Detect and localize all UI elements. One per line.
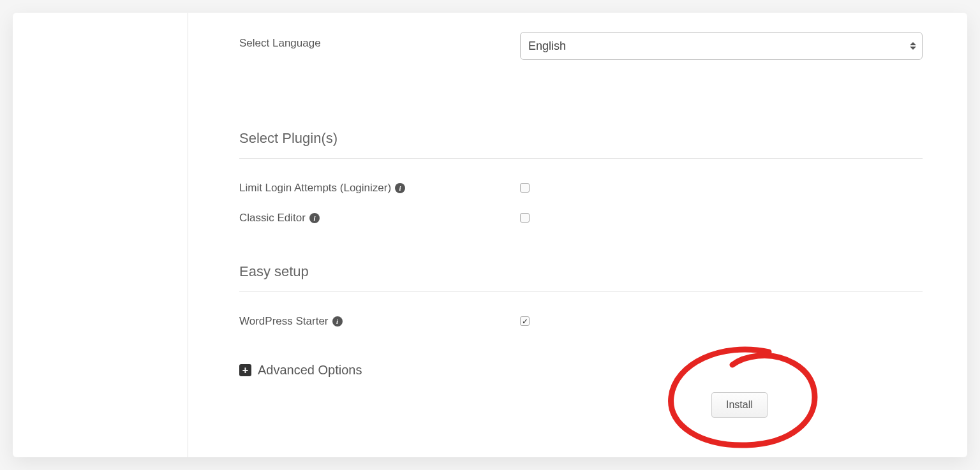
plugins-rule [239,158,923,159]
plugin-label-classic-editor: Classic Editor i [239,207,520,224]
easy-control-wp-starter [520,310,923,327]
advanced-options-toggle[interactable]: + Advanced Options [239,363,923,378]
plugin-row-loginizer: Limit Login Attempts (Loginizer) i [239,177,923,195]
plugin-label-text: Limit Login Attempts (Loginizer) [239,182,391,195]
plugin-row-classic-editor: Classic Editor i [239,207,923,225]
install-wrap: Install [711,392,768,418]
language-label: Select Language [239,32,520,50]
plugin-checkbox-loginizer[interactable] [520,183,530,193]
language-control: English [520,32,923,60]
advanced-options-label: Advanced Options [258,363,362,378]
plugin-label-loginizer: Limit Login Attempts (Loginizer) i [239,177,520,195]
easy-checkbox-wp-starter[interactable] [520,316,530,326]
easy-label-text: WordPress Starter [239,315,329,328]
easy-setup-rule [239,291,923,292]
easy-row-wp-starter: WordPress Starter i [239,310,923,328]
sidebar [13,13,188,457]
info-icon[interactable]: i [332,316,343,327]
install-button[interactable]: Install [711,392,768,418]
info-icon[interactable]: i [309,213,320,223]
info-icon[interactable]: i [395,183,405,193]
language-row: Select Language English [239,32,923,60]
easy-label-wp-starter: WordPress Starter i [239,310,520,328]
plus-icon: + [239,364,251,376]
plugin-label-text: Classic Editor [239,212,306,224]
plugin-control-loginizer [520,177,923,195]
main-content: Select Language English Select Plugin(s)… [188,13,967,457]
plugins-heading: Select Plugin(s) [239,130,923,147]
settings-panel: Select Language English Select Plugin(s)… [13,13,967,457]
language-select[interactable]: English [520,32,923,60]
plugin-control-classic-editor [520,207,923,225]
language-select-wrap: English [520,32,923,60]
easy-setup-heading: Easy setup [239,263,923,280]
plugin-checkbox-classic-editor[interactable] [520,213,530,223]
